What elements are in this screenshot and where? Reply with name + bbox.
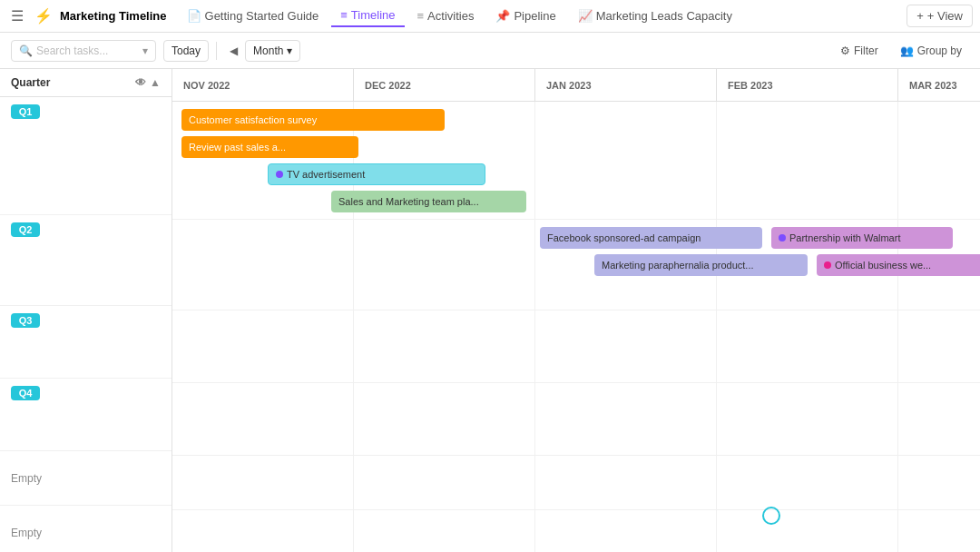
- activities-icon: ≡: [417, 9, 425, 23]
- leads-icon: 📈: [578, 9, 593, 23]
- timeline-q2-row: Facebook sponsored-ad campaign Partnersh…: [172, 220, 980, 310]
- main-content: Quarter 👁 ▲ Q1 Q2 Q3 Q4 Empty Empty Hide…: [0, 69, 980, 552]
- app-logo-icon: ⚡: [31, 4, 56, 28]
- search-icon: 🔍: [19, 44, 33, 57]
- task-facebook-campaign[interactable]: Facebook sponsored-ad campaign: [540, 227, 762, 249]
- q4-dec-cell: [354, 383, 535, 455]
- task-dot-official: [824, 261, 831, 269]
- q2-row: Q2: [0, 215, 172, 306]
- q2-nov-cell: [172, 220, 354, 310]
- search-box[interactable]: 🔍 Search tasks... ▾: [11, 40, 156, 62]
- task-tv-advertisement[interactable]: TV advertisement: [268, 163, 485, 185]
- tab-marketing-leads[interactable]: 📈 Marketing Leads Capacity: [569, 5, 741, 26]
- month-feb: FEB 2023: [717, 69, 898, 101]
- q4-nov-cell: [172, 383, 354, 455]
- task-partnership-walmart[interactable]: Partnership with Walmart: [771, 227, 953, 249]
- prev-arrow[interactable]: ◀: [224, 43, 243, 59]
- sidebar-header-icons: 👁 ▲: [135, 76, 161, 89]
- timeline-header: NOV 2022 DEC 2022 JAN 2023 FEB 2023 MAR …: [172, 69, 980, 102]
- q3-row: Q3: [0, 306, 172, 379]
- month-selector[interactable]: Month ▾: [245, 40, 300, 62]
- toolbar: 🔍 Search tasks... ▾ Today ◀ Month ▾ ⚙ Fi…: [0, 33, 980, 69]
- tab-pipeline[interactable]: 📌 Pipeline: [486, 5, 564, 26]
- task-marketing-paraphernalia[interactable]: Marketing paraphernalia product...: [594, 254, 808, 276]
- task-review-sales[interactable]: Review past sales a...: [181, 136, 358, 158]
- empty-row-2: Empty: [0, 506, 172, 552]
- collapse-icon[interactable]: ▲: [150, 76, 161, 89]
- toolbar-divider: [216, 42, 217, 60]
- group-by-button[interactable]: 👥 Group by: [893, 41, 969, 61]
- q3-dec-cell: [354, 310, 535, 382]
- q1-badge[interactable]: Q1: [11, 104, 40, 119]
- q4-row: Q4: [0, 379, 172, 451]
- q4-feb-cell: [717, 383, 898, 455]
- timeline-q4-row: [172, 383, 980, 456]
- month-dec: DEC 2022: [354, 69, 535, 101]
- q3-nov-cell: [172, 310, 354, 382]
- q4-jan-cell: [535, 383, 717, 455]
- doc-icon: 📄: [187, 9, 201, 23]
- top-navigation: ☰ ⚡ Marketing Timeline 📄 Getting Started…: [0, 0, 980, 33]
- task-dot-tv: [276, 171, 283, 178]
- pipeline-icon: 📌: [495, 9, 510, 23]
- task-sales-marketing[interactable]: Sales and Marketing team pla...: [331, 191, 526, 212]
- q1-mar-cell: [898, 102, 980, 219]
- timeline-q3-row: [172, 310, 980, 383]
- menu-icon[interactable]: ☰: [7, 4, 27, 28]
- app-title: Marketing Timeline: [60, 9, 167, 23]
- timeline-empty-row-2: [172, 510, 980, 552]
- task-dot-walmart: [779, 234, 786, 242]
- month-jan: JAN 2023: [535, 69, 717, 101]
- plus-icon: +: [916, 9, 924, 23]
- view-button[interactable]: + + View: [906, 5, 973, 27]
- q3-feb-cell: [717, 310, 898, 382]
- q4-mar-cell: [898, 383, 980, 455]
- tab-getting-started[interactable]: 📄 Getting Started Guide: [178, 5, 328, 26]
- sidebar-header: Quarter 👁 ▲: [0, 69, 172, 97]
- month-nov: NOV 2022: [172, 69, 354, 101]
- q4-badge[interactable]: Q4: [11, 386, 40, 400]
- timeline-icon: ≡: [340, 8, 348, 22]
- eye-icon[interactable]: 👁: [135, 76, 146, 89]
- empty-row-1: Empty: [0, 451, 172, 506]
- today-button[interactable]: Today: [163, 40, 209, 62]
- timeline-q1-row: Customer satisfaction survey Review past…: [172, 102, 980, 220]
- task-customer-survey[interactable]: Customer satisfaction survey: [181, 109, 445, 131]
- search-dropdown-icon[interactable]: ▾: [142, 44, 148, 57]
- filter-button[interactable]: ⚙ Filter: [833, 41, 886, 61]
- q3-badge[interactable]: Q3: [11, 313, 40, 328]
- tab-activities[interactable]: ≡ Activities: [408, 5, 484, 26]
- task-official-business[interactable]: Official business we...: [817, 254, 980, 276]
- q3-jan-cell: [535, 310, 717, 382]
- q1-feb-cell: [717, 102, 898, 219]
- month-mar: MAR 2023: [898, 69, 980, 101]
- tab-timeline[interactable]: ≡ Timeline: [331, 5, 404, 27]
- q3-mar-cell: [898, 310, 980, 382]
- group-icon: 👥: [900, 44, 914, 57]
- q2-dec-cell: [354, 220, 535, 310]
- q1-row: Q1: [0, 97, 172, 215]
- timeline-area[interactable]: NOV 2022 DEC 2022 JAN 2023 FEB 2023 MAR …: [172, 69, 980, 552]
- month-caret-icon: ▾: [287, 44, 292, 57]
- filter-icon: ⚙: [840, 44, 850, 57]
- q1-jan-cell: [535, 102, 717, 219]
- q2-badge[interactable]: Q2: [11, 222, 40, 237]
- timeline-empty-row-1: [172, 456, 980, 510]
- sidebar: Quarter 👁 ▲ Q1 Q2 Q3 Q4 Empty Empty Hide…: [0, 69, 172, 552]
- date-navigation: ◀ Month ▾: [224, 40, 300, 62]
